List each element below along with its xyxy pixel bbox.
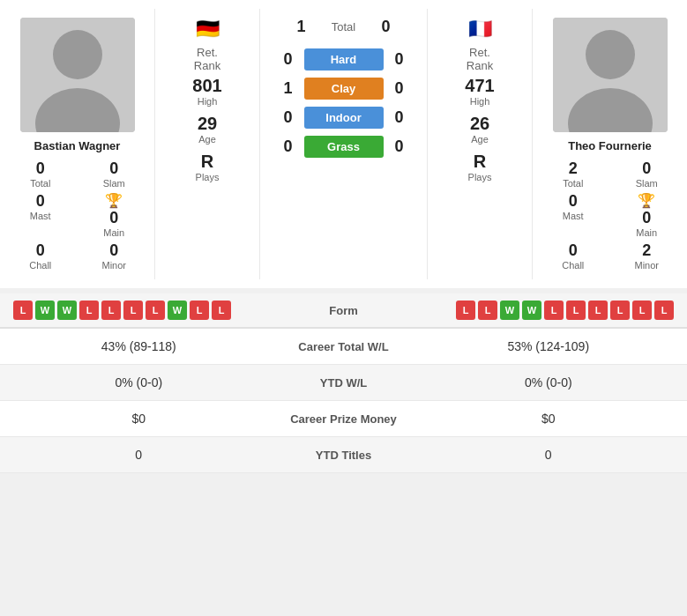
main-container: Bastian Wagner 0 Total 0 Slam 0 Mast 🏆 0 [0, 0, 687, 473]
total-row: 1 Total 0 [265, 18, 422, 36]
form-badge-p1: L [190, 301, 209, 320]
player2-card: Theo Fournerie 2 Total 0 Slam 0 Mast 🏆 0 [533, 9, 687, 279]
hard-row: 0 Hard 0 [265, 48, 422, 71]
player2-slam: 0 Slam [616, 160, 679, 189]
stats-center-label: Career Total W/L [265, 340, 423, 353]
stats-left-value: $0 [13, 412, 265, 426]
stats-center-label: YTD W/L [265, 376, 423, 390]
form-badge-p2: L [566, 301, 586, 320]
stats-right-value: 53% (124-109) [423, 339, 675, 353]
player2-plays: R Plays [432, 152, 527, 182]
form-badge-p1: L [123, 301, 143, 320]
form-badge-p1: L [146, 301, 165, 320]
stats-row: 0% (0-0)YTD W/L0% (0-0) [0, 365, 687, 401]
form-section: LWWLLLLWLL Form LLWWLLLLLL [0, 293, 687, 329]
form-badge-p2: L [478, 301, 497, 320]
player2-middle: 🇫🇷 Ret. Rank 471 High 26 Age R Plays [427, 9, 533, 279]
player1-name: Bastian Wagner [34, 139, 121, 152]
grass-row: 0 Grass 0 [265, 136, 422, 158]
player1-card: Bastian Wagner 0 Total 0 Slam 0 Mast 🏆 0 [0, 9, 154, 279]
player2-mast: 0 Mast [541, 192, 605, 238]
stats-row: 43% (89-118)Career Total W/L53% (124-109… [0, 329, 687, 365]
player1-stats: 0 Total 0 Slam 0 Mast 🏆 0 Main 0 [9, 160, 146, 271]
form-badge-p1: L [212, 301, 231, 320]
form-badge-p2: L [588, 301, 608, 320]
player2-flag: 🇫🇷 [468, 18, 492, 41]
player1-middle: 🇩🇪 Ret. Rank 801 High 29 Age R Plays [154, 9, 260, 279]
player2-avatar [553, 18, 668, 132]
player2-minor: 2 Minor [616, 241, 679, 271]
stats-center-label: Career Prize Money [265, 412, 423, 426]
player1-minor: 0 Minor [83, 241, 146, 271]
form-right: LLWWLLLLLL [400, 301, 675, 320]
player2-chall: 0 Chall [541, 241, 605, 271]
player2-name: Theo Fournerie [568, 139, 652, 152]
stats-left-value: 0% (0-0) [13, 375, 265, 390]
stats-row: 0YTD Titles0 [0, 437, 687, 473]
player1-high: 801 High [160, 76, 255, 107]
clay-badge: Clay [304, 78, 384, 100]
stats-center-label: YTD Titles [265, 449, 423, 462]
grass-badge: Grass [304, 136, 384, 158]
hard-badge: Hard [304, 48, 384, 71]
player2-high: 471 High [432, 76, 527, 107]
player1-flag: 🇩🇪 [196, 18, 220, 41]
player1-age: 29 Age [160, 114, 255, 145]
player1-plays: R Plays [160, 152, 255, 182]
svg-point-4 [586, 30, 635, 79]
form-badge-p2: L [544, 301, 564, 320]
form-badge-p1: L [101, 301, 121, 320]
form-badge-p1: L [13, 301, 33, 320]
player1-total: 0 Total [9, 160, 72, 189]
indoor-badge: Indoor [304, 107, 384, 129]
player1-trophy-main: 🏆 0 Main [83, 192, 146, 238]
stats-row: $0Career Prize Money$0 [0, 401, 687, 437]
form-badge-p1: W [35, 301, 55, 320]
form-center-label: Form [291, 304, 397, 317]
player2-stats: 2 Total 0 Slam 0 Mast 🏆 0 Main 0 [541, 160, 678, 271]
stats-right-value: $0 [423, 412, 675, 426]
stats-right-value: 0% (0-0) [423, 375, 675, 390]
form-badge-p2: L [654, 301, 674, 320]
player1-chall: 0 Chall [9, 241, 72, 271]
stats-left-value: 0 [13, 448, 265, 462]
clay-row: 1 Clay 0 [265, 78, 422, 100]
stats-left-value: 43% (89-118) [13, 339, 265, 353]
form-left: LWWLLLLWLL [13, 301, 287, 320]
form-badge-p2: W [500, 301, 519, 320]
player2-ret: Ret. Rank [467, 46, 493, 72]
player1-ret: Ret. Rank [194, 46, 220, 72]
stats-right-value: 0 [423, 448, 675, 462]
center-section: 1 Total 0 0 Hard 0 1 Clay 0 0 Indoor 0 0 [260, 9, 427, 279]
form-badge-p1: W [57, 301, 77, 320]
stats-table: 43% (89-118)Career Total W/L53% (124-109… [0, 329, 687, 473]
player2-age: 26 Age [432, 114, 527, 145]
player1-avatar [20, 18, 135, 132]
top-section: Bastian Wagner 0 Total 0 Slam 0 Mast 🏆 0 [0, 0, 687, 293]
player1-trophy-icon: 🏆 [105, 192, 123, 209]
form-badge-p2: L [632, 301, 652, 320]
player1-mast: 0 Mast [9, 192, 72, 238]
player2-trophy-icon: 🏆 [638, 192, 655, 209]
player2-trophy-main: 🏆 0 Main [616, 192, 679, 238]
form-badge-p2: L [456, 301, 475, 320]
indoor-row: 0 Indoor 0 [265, 107, 422, 129]
form-badge-p2: L [610, 301, 630, 320]
svg-point-1 [53, 30, 102, 79]
player2-total: 2 Total [541, 160, 605, 189]
form-badge-p2: W [522, 301, 541, 320]
form-badge-p1: L [79, 301, 99, 320]
player1-slam: 0 Slam [83, 160, 146, 189]
form-badge-p1: W [168, 301, 187, 320]
